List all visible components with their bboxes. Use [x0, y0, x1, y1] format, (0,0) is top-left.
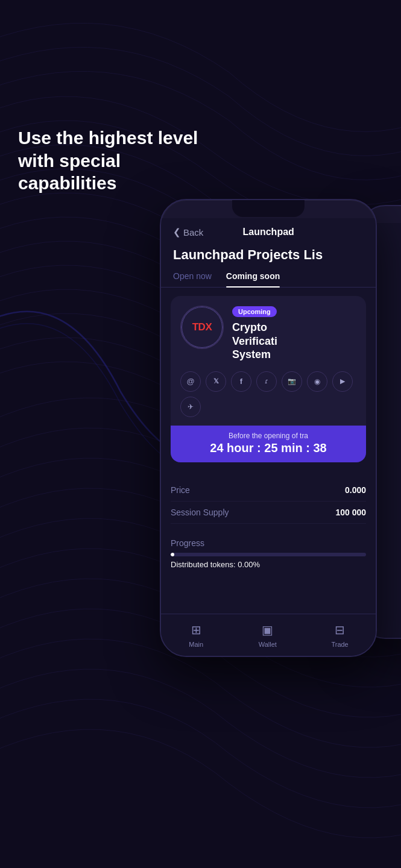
tab-open-now[interactable]: Open now — [173, 271, 212, 287]
instagram-icon[interactable]: 📷 — [282, 371, 302, 392]
wallet-nav-icon: ▣ — [260, 622, 276, 638]
price-row: Price 0.000 — [171, 479, 366, 502]
tab-coming-soon[interactable]: Coming soon — [226, 271, 280, 287]
nav-item-wallet[interactable]: ▣ Wallet — [259, 622, 277, 648]
progress-section: Progress Distributed tokens: 0.00% — [161, 532, 376, 577]
hero-text: Use the highest level with special capab… — [18, 127, 211, 195]
bottom-navigation: ⊞ Main ▣ Wallet ⊟ Trade — [161, 614, 376, 656]
trade-nav-label: Trade — [331, 641, 348, 648]
price-label: Price — [171, 485, 190, 495]
back-button[interactable]: ❮ Back — [173, 227, 203, 237]
card-header: TDX Upcoming Crypto Verificati System — [171, 296, 366, 371]
nav-item-trade[interactable]: ⊟ Trade — [331, 622, 348, 648]
project-card: TDX Upcoming Crypto Verificati System — [171, 296, 366, 462]
main-nav-icon: ⊞ — [188, 622, 204, 638]
progress-bar-background — [171, 553, 366, 556]
supply-label: Session Supply — [171, 508, 229, 517]
main-phone: ❮ Back Launchpad Launchpad Projects Lis … — [160, 199, 389, 669]
upcoming-badge: Upcoming — [232, 306, 277, 317]
tab-bar: Open now Coming soon — [161, 271, 376, 288]
social-icons-row: @ 𝕏 f ɾ 📷 ◉ ▶ ✈ — [171, 371, 366, 426]
reddit-icon[interactable]: ɾ — [256, 371, 277, 392]
trade-nav-icon: ⊟ — [332, 622, 348, 638]
youtube-icon[interactable]: ▶ — [332, 371, 353, 392]
phone-navbar: ❮ Back Launchpad — [161, 218, 376, 244]
logo-text: TDX — [192, 321, 212, 333]
phone-frame: ❮ Back Launchpad Launchpad Projects Lis … — [160, 199, 377, 657]
main-nav-label: Main — [189, 641, 203, 648]
project-name: Crypto Verificati System — [232, 321, 356, 362]
price-value: 0.000 — [345, 485, 366, 495]
facebook-icon[interactable]: f — [231, 371, 251, 392]
phone-screen: ❮ Back Launchpad Launchpad Projects Lis … — [161, 218, 376, 656]
supply-value: 100 000 — [335, 508, 366, 517]
nav-title: Launchpad — [243, 227, 294, 237]
progress-title: Progress — [171, 538, 366, 548]
distributed-text: Distributed tokens: 0.00% — [171, 560, 366, 569]
timer-banner: Before the opening of tra 24 hour : 25 m… — [171, 426, 366, 462]
nav-item-main[interactable]: ⊞ Main — [188, 622, 204, 648]
chevron-left-icon: ❮ — [173, 227, 181, 237]
at-icon[interactable]: @ — [180, 371, 201, 392]
supply-row: Session Supply 100 000 — [171, 502, 366, 524]
telegram-icon[interactable]: ✈ — [180, 397, 201, 417]
card-info: Upcoming Crypto Verificati System — [232, 306, 356, 362]
progress-bar-fill — [171, 553, 174, 556]
timer-label: Before the opening of tra — [180, 432, 356, 440]
twitter-icon[interactable]: 𝕏 — [206, 371, 226, 392]
other-icon[interactable]: ◉ — [307, 371, 327, 392]
project-logo: TDX — [180, 306, 224, 349]
details-section: Price 0.000 Session Supply 100 000 — [161, 471, 376, 532]
page-title: Launchpad Projects Lis — [161, 244, 376, 271]
timer-value: 24 hour : 25 min : 38 — [180, 441, 356, 455]
phone-notch — [232, 200, 305, 217]
wallet-nav-label: Wallet — [259, 641, 277, 648]
